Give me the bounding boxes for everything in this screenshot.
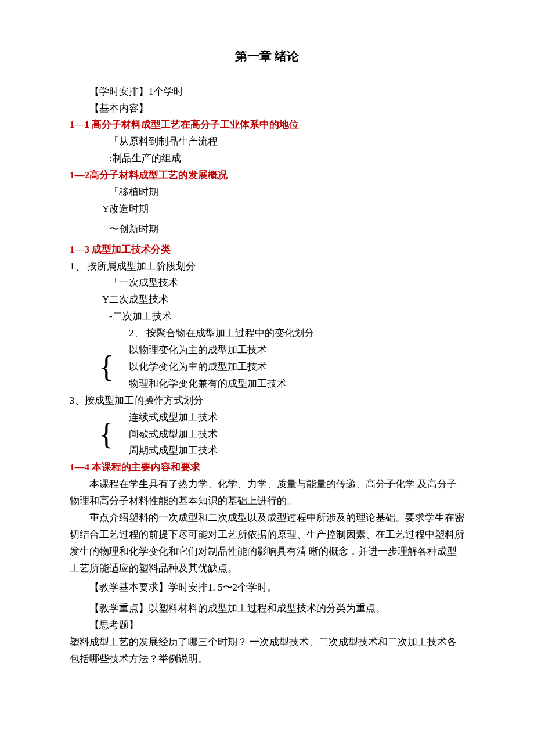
left-brace-icon: { bbox=[99, 409, 129, 460]
s3-c2-l2: 以化学变化为主的成型加工技术 bbox=[129, 359, 287, 376]
schedule-value: 1个学时 bbox=[149, 86, 183, 97]
s1-l1: 「从原料到制品生产流程 bbox=[70, 134, 464, 150]
s2-l3: 〜创新时期 bbox=[70, 221, 464, 238]
teaching-focus-label: 【教学重点】 bbox=[89, 603, 149, 614]
s4-p1: 本课程在学生具有了热力学、化学、力学、质量与能量的传递、高分子化学 及高分子物理… bbox=[70, 476, 464, 510]
s1-l2: :制品生产的组成 bbox=[70, 150, 464, 167]
chapter-title: 第一章 绪论 bbox=[70, 46, 464, 67]
teaching-focus-value: 以塑料材料的成型加工过程和成型技术的分类为重点。 bbox=[149, 603, 385, 614]
schedule-line: 【学时安排】1个学时 bbox=[70, 84, 464, 100]
thinking-label: 【思考题】 bbox=[70, 617, 464, 634]
s3-c2-label: 2、 按聚合物在成型加工过程中的变化划分 bbox=[70, 325, 464, 342]
left-brace-icon: { bbox=[99, 342, 129, 393]
s3-c2-l1: 以物理变化为主的成型加工技术 bbox=[129, 342, 287, 359]
section-1-4-heading: 1—4 本课程的主要内容和要求 bbox=[70, 459, 464, 476]
s3-c1-l3: -二次加工技术 bbox=[70, 308, 464, 325]
teaching-req-label: 【教学基本要求】 bbox=[89, 582, 168, 593]
s4-p2: 重点介绍塑料的一次成型和二次成型以及成型过程中所涉及的理论基础。要求学生在密切结… bbox=[70, 510, 464, 577]
teaching-req-value: 学时安排1. 5〜2个学时。 bbox=[168, 582, 277, 593]
teaching-req-line: 【教学基本要求】学时安排1. 5〜2个学时。 bbox=[70, 579, 464, 596]
section-1-1-heading: 1—1 高分子材料成型工艺在高分子工业体系中的地位 bbox=[70, 117, 464, 134]
s2-l2: Y改造时期 bbox=[70, 201, 464, 218]
section-1-3-heading: 1—3 成型加工技术分类 bbox=[70, 242, 464, 258]
s3-c1-l2: Y二次成型技术 bbox=[70, 291, 464, 308]
s3-c3-l1: 连续式成型加工技术 bbox=[129, 409, 218, 426]
s3-c3-l2: 间歇式成型加工技术 bbox=[129, 426, 218, 443]
s3-c2-group: { 以物理变化为主的成型加工技术 以化学变化为主的成型加工技术 物理和化学变化兼… bbox=[99, 342, 464, 393]
s2-l1: 「移植时期 bbox=[70, 184, 464, 201]
content-label: 【基本内容】 bbox=[70, 100, 464, 117]
s3-c1-label: 1、 按所属成型加工阶段划分 bbox=[70, 258, 464, 275]
s3-c1-l1: 「一次成型技术 bbox=[70, 275, 464, 291]
s3-c3-l3: 周期式成型加工技术 bbox=[129, 442, 218, 459]
s3-c3-group: { 连续式成型加工技术 间歇式成型加工技术 周期式成型加工技术 bbox=[99, 409, 464, 460]
thinking-value: 塑料成型工艺的发展经历了哪三个时期？ 一次成型技术、二次成型技术和二次加工技术各… bbox=[70, 634, 464, 668]
schedule-label: 【学时安排】 bbox=[89, 86, 149, 97]
s3-c2-l3: 物理和化学变化兼有的成型加工技术 bbox=[129, 376, 287, 393]
teaching-focus-line: 【教学重点】以塑料材料的成型加工过程和成型技术的分类为重点。 bbox=[70, 600, 464, 617]
section-1-2-heading: 1—2高分子材料成型工艺的发展概况 bbox=[70, 167, 464, 184]
s3-c3-label: 3、按成型加工的操作方式划分 bbox=[70, 393, 464, 409]
